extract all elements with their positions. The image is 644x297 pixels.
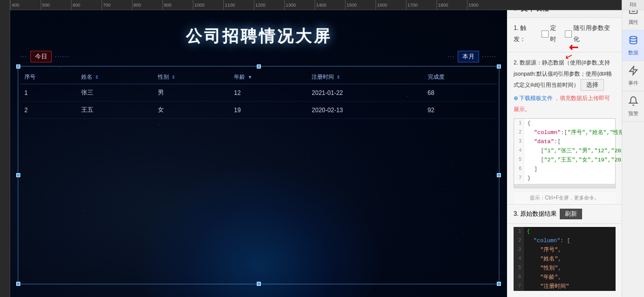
datasource-label-row: 2. 数据源：静态数据（使用{#参数,支持jsonpath:默认值#}引用参数；… (514, 57, 616, 91)
dashboard-title: 公司招聘情况大屏 (10, 25, 507, 48)
ruler-mark: 800 (132, 0, 162, 10)
cell-age: 12 (230, 84, 308, 102)
ruler-mark: 1000 (193, 0, 223, 10)
ruler-mark: 500 (41, 0, 71, 10)
ruler-mark: 1200 (254, 0, 284, 10)
sidebar-icons: 属性 数据 事件 (622, 0, 644, 297)
sort-icon3: ▼ (248, 75, 252, 80)
data-icon (628, 35, 638, 48)
col-header-注册时间: 注册时间 ⇕ (308, 70, 423, 84)
cell-id: 1 (20, 84, 77, 102)
code-editor[interactable]: 1 { 2 "column":["序号","姓名","性别","年龄 3 "da… (514, 118, 616, 188)
ruler-mark: 1300 (284, 0, 315, 10)
result-line-5: 5 "性别", (514, 263, 616, 273)
trigger-label: 1. 触发： (514, 23, 538, 45)
result-line-3: 3 "序号", (514, 245, 616, 254)
cell-date: 2021-01-22 (308, 84, 423, 102)
checkbox-label-param: 随引用参数变化 (573, 23, 616, 45)
download-row: 下载模板文件 ，填充数据后上传即可展示。 (514, 93, 616, 115)
table-row: 2 王五 女 19 2020-02-13 92 (20, 102, 497, 119)
stat-dots-left2: ··· (448, 54, 455, 59)
stat-month: ··· 本月 ······ (448, 51, 497, 62)
trigger-section: 1. 触发： 定时 随引用参数变化 (507, 18, 622, 52)
datasource-section: 2. 数据源：静态数据（使用{#参数,支持jsonpath:默认值#}引用参数；… (507, 52, 622, 204)
cell-name: 张三 (77, 84, 154, 102)
cell-completion: 92 (424, 102, 497, 119)
ruler-mark: 1700 (406, 0, 436, 10)
ruler-top: 259 400 500 600 700 800 900 1000 1100 12… (0, 0, 644, 10)
result-label: 3. 原始数据结果 (514, 210, 557, 218)
col-header-姓名: 姓名 ⇕ (77, 70, 154, 84)
right-panel: » 文本表格 ✎ 1. 触发： 定时 随引用参数变化 2. 数据源：静态数据（使… (507, 0, 622, 297)
ruler-mark: 1100 (223, 0, 254, 10)
code-line-7: 7 } (514, 174, 615, 183)
corner-label: RIt (622, 0, 644, 10)
ruler-mark: 1900 (467, 0, 497, 10)
editor-scrollbar[interactable] (514, 184, 615, 188)
ruler-mark: 700 (101, 0, 132, 10)
select-button[interactable]: 选择 (581, 79, 604, 91)
col-header-年龄: 年龄 ▼ (230, 70, 308, 84)
table: 序号 姓名 ⇕ 性别 ⇕ 年龄 ▼ 注册时间 ⇕ 完成度 1 张三 男 12 2 (20, 70, 497, 119)
result-editor: 1 { 2 "column": [ 3 "序号", 4 "姓名", 5 "性别"… (514, 227, 616, 291)
refresh-section: 3. 原始数据结果 刷新 (507, 205, 622, 224)
stat-dots-left: ··· (20, 54, 27, 59)
sidebar-label-events: 事件 (628, 80, 638, 87)
result-line-2: 2 "column": [ (514, 236, 616, 245)
col-header-序号: 序号 (20, 70, 77, 84)
col-header-性别: 性别 ⇕ (154, 70, 230, 84)
editor-hint: 提示：Ctrl+F全屏，更多命令。 (514, 191, 616, 204)
sidebar-label-alerts: 预警 (628, 110, 638, 117)
stat-label-today: 今日 (30, 51, 52, 62)
data-table: 序号 姓名 ⇕ 性别 ⇕ 年龄 ▼ 注册时间 ⇕ 完成度 1 张三 男 12 2 (20, 70, 497, 119)
ruler-mark: 400 (10, 0, 41, 10)
stat-dots-right: ······ (55, 54, 70, 59)
ruler-mark: 600 (71, 0, 101, 10)
result-line-7: 7 "注册时间" (514, 282, 616, 291)
svg-marker-5 (629, 66, 637, 75)
sidebar-item-events[interactable]: 事件 (622, 61, 645, 91)
stats-row: ··· 今日 ······ ··· 本月 ······ (20, 51, 497, 62)
ruler-mark: 900 (162, 0, 193, 10)
sidebar-label-data: 数据 (628, 49, 638, 56)
cell-age: 19 (230, 102, 308, 119)
cell-name: 王五 (77, 102, 154, 119)
result-line-1: 1 { (514, 227, 616, 236)
checkbox-timed[interactable]: 定时 (541, 23, 562, 45)
sidebar-item-alerts[interactable]: 预警 (622, 91, 645, 122)
ruler-mark: 1500 (345, 0, 376, 10)
sort-icon2: ⇕ (172, 75, 176, 80)
ruler-mark: 1600 (376, 0, 406, 10)
stat-dots-right2: ······ (482, 54, 497, 59)
cell-gender: 男 (154, 84, 230, 102)
table-header: 序号 姓名 ⇕ 性别 ⇕ 年龄 ▼ 注册时间 ⇕ 完成度 (20, 70, 497, 84)
refresh-button[interactable]: 刷新 (560, 209, 582, 219)
col-header-完成度: 完成度 (424, 70, 497, 84)
sort-icon: ⇕ (95, 75, 99, 80)
cell-date: 2020-02-13 (308, 102, 423, 119)
canvas-area: 公司招聘情况大屏 ··· 今日 ······ ··· 本月 ······ 序号 (10, 10, 507, 297)
cell-id: 2 (20, 102, 77, 119)
result-line-6: 6 "年龄", (514, 273, 616, 282)
checkbox-label-timed: 定时 (550, 23, 562, 45)
checkbox-param[interactable]: 随引用参数变化 (565, 23, 616, 45)
ruler-left (0, 0, 10, 297)
ruler-marks: 400 500 600 700 800 900 1000 1100 1200 1… (10, 0, 497, 10)
stat-today: ··· 今日 ······ (20, 51, 70, 62)
table-row: 1 张三 男 12 2021-01-22 68 (20, 84, 497, 102)
svg-point-4 (630, 36, 636, 39)
sort-icon4: ⇕ (336, 75, 341, 80)
code-line-4: 4 ["1","张三","男","12","2021-01-22 (514, 146, 615, 155)
ruler-mark: 1800 (436, 0, 467, 10)
sidebar-item-data[interactable]: 数据 (622, 30, 645, 61)
events-icon (628, 65, 638, 78)
result-line-4: 4 "姓名", (514, 254, 616, 263)
sidebar-label-properties: 属性 (628, 19, 638, 26)
cell-completion: 68 (424, 84, 497, 102)
cell-gender: 女 (154, 102, 230, 119)
checkbox-box2[interactable] (565, 30, 572, 38)
globe-glow (132, 160, 386, 297)
checkbox-box[interactable] (541, 30, 549, 38)
code-line-3: 3 "data":[ (514, 137, 615, 146)
download-link[interactable]: 下载模板文件 (514, 95, 553, 101)
